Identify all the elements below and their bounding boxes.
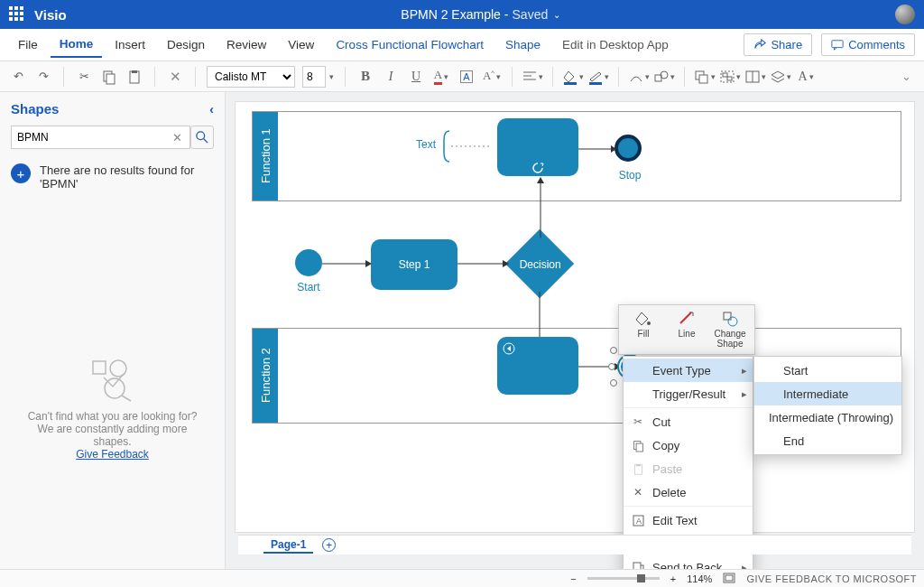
clear-search-icon[interactable]: ✕ (172, 131, 185, 144)
zoom-slider[interactable] (587, 577, 660, 580)
delete-icon: ✕ (631, 485, 645, 499)
svg-rect-15 (723, 73, 727, 77)
collapse-panel-icon[interactable]: ‹ (209, 102, 214, 116)
italic-button[interactable]: I (382, 68, 400, 86)
group-button[interactable] (721, 68, 739, 86)
start-label: Start (290, 281, 328, 294)
process-shape-top[interactable] (497, 118, 578, 176)
mini-line-button[interactable]: Line (666, 309, 707, 350)
context-submenu: Start Intermediate Intermediate (Throwin… (753, 356, 902, 455)
svg-rect-39 (636, 463, 641, 465)
comments-button[interactable]: Comments (821, 33, 915, 56)
decision-shape[interactable]: Decision (505, 229, 574, 298)
highlight-button[interactable]: A (457, 68, 476, 86)
canvas-area: Function 1 Function 2 Text Stop Start St… (226, 92, 924, 569)
menu-cff[interactable]: Cross Functional Flowchart (327, 33, 493, 57)
connector[interactable] (536, 176, 545, 238)
redo-button[interactable]: ↷ (34, 68, 52, 86)
undo-button[interactable]: ↶ (9, 68, 27, 86)
menu-design[interactable]: Design (158, 33, 214, 57)
ribbon: ↶ ↷ ✂ ✕ Calisto MT ▾ B I U A A A^ A ⌄ (0, 61, 924, 92)
menu-shape[interactable]: Shape (496, 33, 550, 57)
sub-start[interactable]: Start (754, 359, 901, 382)
position-button[interactable] (746, 68, 764, 86)
add-page-button[interactable]: + (322, 538, 336, 552)
ctx-trigger-result[interactable]: Trigger/Result (624, 382, 753, 405)
start-event[interactable] (295, 249, 322, 276)
menu-view[interactable]: View (279, 33, 323, 57)
connector[interactable] (322, 259, 373, 268)
shapes-search-input[interactable] (11, 126, 190, 149)
app-launcher-icon[interactable] (9, 6, 25, 23)
svg-line-20 (204, 139, 208, 143)
fit-page-button[interactable] (723, 573, 735, 585)
font-color-button[interactable]: A (432, 68, 450, 86)
text-label[interactable]: Text (416, 138, 436, 151)
ctx-cut[interactable]: ✂Cut (624, 410, 753, 433)
fill-color-button[interactable] (564, 68, 582, 86)
stop-event[interactable] (614, 135, 642, 162)
ctx-paste: Paste (624, 457, 753, 480)
lane-header-1[interactable]: Function 1 (253, 112, 278, 200)
delete-button[interactable]: ✕ (166, 68, 184, 86)
user-avatar[interactable] (895, 5, 915, 24)
zoom-level: 114% (687, 573, 712, 584)
menu-file[interactable]: File (9, 33, 47, 57)
connector[interactable] (578, 145, 618, 153)
layers-button[interactable] (772, 68, 790, 86)
lane-header-2[interactable]: Function 2 (253, 329, 278, 423)
shapes-button[interactable] (655, 68, 673, 86)
step1-shape[interactable]: Step 1 (371, 239, 457, 290)
arrange-button[interactable] (696, 68, 714, 86)
share-icon (753, 39, 766, 51)
zoom-in-button[interactable]: + (670, 573, 676, 584)
underline-button[interactable]: U (407, 68, 425, 86)
page-tab[interactable]: Page-1 (263, 537, 313, 554)
ctx-edit-text[interactable]: AEdit Text (624, 508, 753, 532)
sub-end[interactable]: End (754, 429, 901, 452)
process-shape-bottom[interactable] (497, 337, 578, 395)
sub-intermediate-throwing[interactable]: Intermediate (Throwing) (754, 405, 901, 429)
zoom-out-button[interactable]: − (570, 573, 576, 584)
ribbon-chevron-icon[interactable]: ⌄ (897, 68, 915, 86)
copy-button[interactable] (100, 68, 118, 86)
menu-home[interactable]: Home (51, 32, 103, 58)
ctx-copy[interactable]: Copy (624, 433, 753, 457)
placeholder-icon (86, 356, 140, 401)
svg-rect-13 (699, 75, 707, 83)
ctx-send-back[interactable]: Send to Back (624, 555, 753, 569)
feedback-link[interactable]: GIVE FEEDBACK TO MICROSOFT (746, 573, 917, 584)
menu-insert[interactable]: Insert (106, 33, 154, 57)
font-size-grow-button[interactable]: A^ (483, 68, 501, 86)
add-shape-button[interactable]: + (11, 163, 31, 183)
drawing-canvas[interactable]: Function 1 Function 2 Text Stop Start St… (235, 101, 915, 533)
connector-button[interactable] (630, 68, 648, 86)
cut-button[interactable]: ✂ (75, 68, 93, 86)
menu-review[interactable]: Review (217, 33, 275, 57)
text-button[interactable]: A (797, 68, 815, 86)
font-family-select[interactable]: Calisto MT (207, 66, 295, 88)
doc-title[interactable]: BPMN 2 Example - Saved ⌄ (67, 7, 895, 22)
align-button[interactable] (523, 68, 541, 86)
ctx-event-type[interactable]: Event Type (624, 359, 753, 382)
font-size-input[interactable] (302, 66, 326, 88)
search-button[interactable] (190, 126, 214, 149)
bold-button[interactable]: B (356, 68, 374, 86)
mini-fill-button[interactable]: Fill (623, 309, 664, 350)
send-back-icon (631, 560, 645, 569)
compensation-icon (503, 342, 515, 355)
shapes-helper: Can't find what you are looking for? We … (0, 356, 225, 461)
paste-button[interactable] (125, 68, 143, 86)
mini-change-shape-button[interactable]: Change Shape (709, 309, 751, 350)
line-color-button[interactable] (589, 68, 607, 86)
connector[interactable] (457, 259, 512, 268)
ctx-delete[interactable]: ✕Delete (624, 480, 753, 504)
menu-edit-desktop[interactable]: Edit in Desktop App (553, 33, 678, 57)
give-feedback-link[interactable]: Give Feedback (76, 448, 149, 461)
svg-rect-37 (636, 443, 642, 452)
svg-rect-0 (832, 40, 843, 47)
text-bracket-icon (439, 129, 493, 165)
shapes-panel: Shapes ‹ ✕ + There are no results found … (0, 92, 226, 569)
share-button[interactable]: Share (744, 33, 812, 56)
sub-intermediate[interactable]: Intermediate (754, 382, 901, 405)
